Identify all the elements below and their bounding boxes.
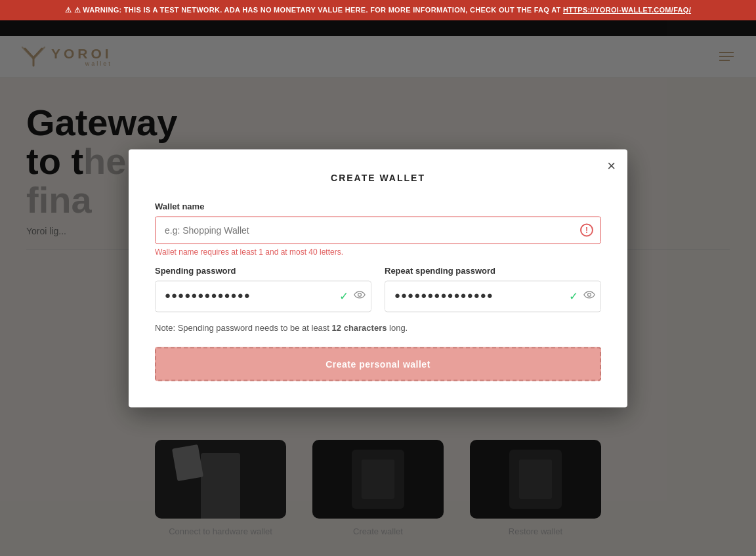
svg-point-0 bbox=[358, 293, 362, 297]
modal-title: CREATE WALLET bbox=[155, 172, 601, 182]
warning-icon: ⚠ bbox=[65, 6, 74, 14]
wallet-name-group: Wallet name ! Wallet name requires at le… bbox=[155, 201, 601, 256]
repeat-password-wrapper: ●●●●●●●●●●●●●●● ✓ bbox=[385, 280, 601, 312]
spending-password-eye-icon[interactable] bbox=[354, 290, 366, 302]
repeat-password-dots: ●●●●●●●●●●●●●●● bbox=[394, 289, 494, 300]
password-row: Spending password ●●●●●●●●●●●●● ✓ Repeat… bbox=[155, 265, 601, 312]
create-wallet-button[interactable]: Create personal wallet bbox=[155, 347, 601, 381]
wallet-name-error-icon: ! bbox=[580, 223, 593, 236]
wallet-name-error-text: Wallet name requires at least 1 and at m… bbox=[155, 247, 601, 256]
spending-password-group: Spending password ●●●●●●●●●●●●● ✓ bbox=[155, 265, 371, 312]
warning-banner: ⚠ ⚠ WARNING: THIS IS A TEST NETWORK. ADA… bbox=[0, 0, 756, 20]
svg-point-1 bbox=[588, 293, 591, 297]
repeat-password-check-icon: ✓ bbox=[569, 289, 578, 303]
spending-password-label: Spending password bbox=[155, 265, 371, 275]
wallet-name-input-wrapper: ! bbox=[155, 216, 601, 244]
warning-link[interactable]: HTTPS://YOROI-WALLET.COM/FAQ/ bbox=[563, 6, 691, 14]
create-wallet-modal: CREATE WALLET × Wallet name ! Wallet nam… bbox=[129, 149, 627, 407]
spending-password-wrapper: ●●●●●●●●●●●●● ✓ bbox=[155, 280, 371, 312]
wallet-name-label: Wallet name bbox=[155, 201, 601, 211]
repeat-password-group: Repeat spending password ●●●●●●●●●●●●●●●… bbox=[385, 265, 601, 312]
note-suffix: long. bbox=[387, 322, 408, 332]
repeat-password-label: Repeat spending password bbox=[385, 265, 601, 275]
spending-password-dots: ●●●●●●●●●●●●● bbox=[165, 289, 251, 300]
spending-password-check-icon: ✓ bbox=[339, 289, 348, 303]
password-note: Note: Spending password needs to be at l… bbox=[155, 322, 601, 332]
note-prefix: Note: Spending password needs to be at l… bbox=[155, 322, 332, 332]
wallet-name-input[interactable] bbox=[155, 216, 601, 244]
modal-close-button[interactable]: × bbox=[607, 158, 616, 173]
repeat-password-eye-icon[interactable] bbox=[583, 290, 595, 302]
warning-text: ⚠ WARNING: THIS IS A TEST NETWORK. ADA H… bbox=[74, 6, 563, 14]
note-chars: 12 characters bbox=[332, 322, 387, 332]
repeat-password-actions: ✓ bbox=[569, 289, 595, 303]
spending-password-actions: ✓ bbox=[339, 289, 366, 303]
